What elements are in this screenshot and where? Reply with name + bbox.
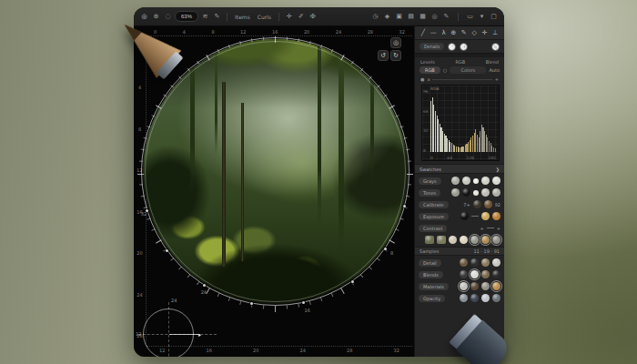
tab-colors[interactable]: Colors [450, 66, 486, 74]
color-swatch[interactable] [492, 270, 500, 278]
color-swatch[interactable] [451, 177, 460, 185]
swatch-group-pill[interactable]: Exposure [419, 213, 449, 220]
color-swatch[interactable] [473, 190, 479, 196]
ruler-tick-label: 32 [394, 348, 399, 353]
color-swatch[interactable] [492, 236, 500, 244]
lasso-tool-icon[interactable]: λ [441, 29, 445, 36]
color-swatch[interactable] [460, 258, 468, 267]
slider-track[interactable] [432, 79, 491, 80]
circle-icon[interactable]: ○ [443, 67, 447, 73]
tab-rgb[interactable]: RGB [420, 66, 440, 74]
circle-tick [139, 160, 143, 161]
plus-icon[interactable]: + [495, 76, 499, 82]
swatch-value[interactable]: + [497, 226, 500, 231]
color-swatch[interactable] [492, 294, 500, 302]
color-swatch[interactable] [481, 282, 490, 290]
color-swatch[interactable] [470, 294, 479, 302]
swatch-value[interactable]: + [480, 226, 484, 231]
line-tool-icon[interactable]: ╱ [421, 29, 425, 36]
secondary-circle-guide[interactable]: ▸ 12 24 [143, 308, 194, 357]
diamond-icon[interactable]: ◈ [383, 13, 391, 21]
zoom-tool-icon[interactable]: ⊕ [450, 29, 456, 36]
swatch-group-pill[interactable]: Calibrate [419, 201, 449, 208]
color-swatch[interactable] [481, 294, 490, 302]
rotate-left-button[interactable]: ↺ [378, 50, 389, 61]
color-swatch[interactable] [481, 236, 490, 244]
panel-icon[interactable]: ▣ [395, 13, 403, 21]
color-swatch[interactable] [462, 177, 470, 185]
arc-marker-label: 32 [141, 211, 147, 217]
swatches-header[interactable]: Swatches ❯ [415, 164, 504, 174]
color-swatch[interactable] [473, 200, 481, 208]
slider-row[interactable]: ● a + [415, 76, 504, 84]
swatch-group-pill[interactable]: Tones [419, 189, 440, 197]
auto-label[interactable]: Auto [489, 67, 500, 73]
zoom-level-button[interactable]: 63% [175, 11, 198, 22]
color-swatch[interactable] [492, 258, 500, 267]
brush-icon[interactable]: ✐ [297, 13, 305, 21]
chevron-right-icon[interactable]: ❯ [496, 167, 500, 172]
color-swatch[interactable] [481, 188, 490, 197]
color-swatch[interactable] [460, 212, 469, 220]
image-icon[interactable]: ▭ [466, 13, 474, 21]
color-swatch[interactable] [462, 188, 470, 197]
color-swatch[interactable] [470, 270, 479, 278]
minus-tool-icon[interactable]: — [430, 29, 437, 36]
color-swatch[interactable] [473, 178, 479, 184]
circle-tick [217, 293, 220, 297]
window-icon[interactable]: ▢ [490, 13, 498, 21]
grid-icon[interactable]: ▦ [419, 13, 427, 21]
color-swatch[interactable] [481, 258, 490, 267]
plumb-tool-icon[interactable]: ⊥ [492, 29, 498, 36]
clock-icon[interactable]: ◷ [371, 13, 379, 21]
swatch-group-pill[interactable]: Grays [419, 177, 441, 185]
target-small-icon[interactable]: ◎ [430, 13, 439, 21]
color-swatch[interactable] [437, 236, 446, 244]
pen-icon[interactable]: ✎ [442, 13, 450, 21]
swatch-group-pill[interactable]: Contrast [419, 225, 447, 232]
color-swatch[interactable] [460, 236, 468, 244]
color-swatch[interactable] [492, 177, 500, 185]
wand-icon[interactable]: ✢ [285, 13, 293, 21]
dim-circle-icon[interactable]: ◌ [164, 13, 172, 21]
color-swatch[interactable] [481, 177, 490, 185]
swatch-value[interactable]: 7+ [463, 202, 470, 207]
smudge-icon[interactable]: ✠ [308, 13, 317, 21]
histogram-bar [495, 148, 496, 152]
contrast-button[interactable]: ◑ [460, 43, 468, 51]
swatch-value[interactable]: 92 [495, 202, 500, 207]
color-swatch[interactable] [481, 270, 490, 278]
color-swatch[interactable] [449, 236, 457, 244]
layers-icon[interactable]: ▤ [407, 13, 415, 21]
swatch-row: Calibrate7+92 [419, 198, 500, 210]
menu-item-curls[interactable]: Curls [256, 14, 273, 20]
chevron-down-icon[interactable]: ▾ [478, 13, 486, 21]
color-swatch[interactable] [492, 188, 500, 197]
pen-tool-icon[interactable]: ✎ [461, 29, 467, 36]
color-swatch[interactable] [460, 270, 468, 278]
center-view-button[interactable]: ◎ [390, 37, 401, 48]
color-swatch[interactable] [451, 188, 460, 197]
anchor-tool-icon[interactable]: ◇ [471, 29, 476, 36]
detail-label-pill[interactable]: Details [420, 43, 444, 50]
color-swatch[interactable] [470, 282, 479, 290]
color-swatch[interactable] [460, 282, 468, 290]
globe-icon[interactable]: ⊕ [152, 13, 160, 21]
add-tool-icon[interactable]: ✛ [481, 29, 487, 36]
color-swatch[interactable] [425, 236, 434, 244]
color-swatch[interactable] [492, 212, 500, 220]
speaker-icon[interactable]: ≋ [201, 13, 209, 21]
color-swatch[interactable] [484, 200, 492, 208]
color-swatch[interactable] [470, 258, 479, 267]
arc-marker-dot [166, 249, 168, 252]
color-swatch[interactable] [492, 282, 500, 290]
edit-button[interactable]: ✎ [491, 43, 500, 51]
rotate-right-button[interactable]: ↻ [390, 50, 401, 61]
color-swatch[interactable] [481, 212, 490, 220]
samples-label: Samples [420, 248, 439, 254]
slider-label: a [427, 76, 430, 82]
color-swatch[interactable] [470, 236, 479, 244]
menu-item-items[interactable]: Items [233, 14, 252, 20]
angle-pen-icon[interactable]: ✎ [213, 13, 221, 21]
quarter-circle-button[interactable]: ◔ [448, 43, 456, 51]
